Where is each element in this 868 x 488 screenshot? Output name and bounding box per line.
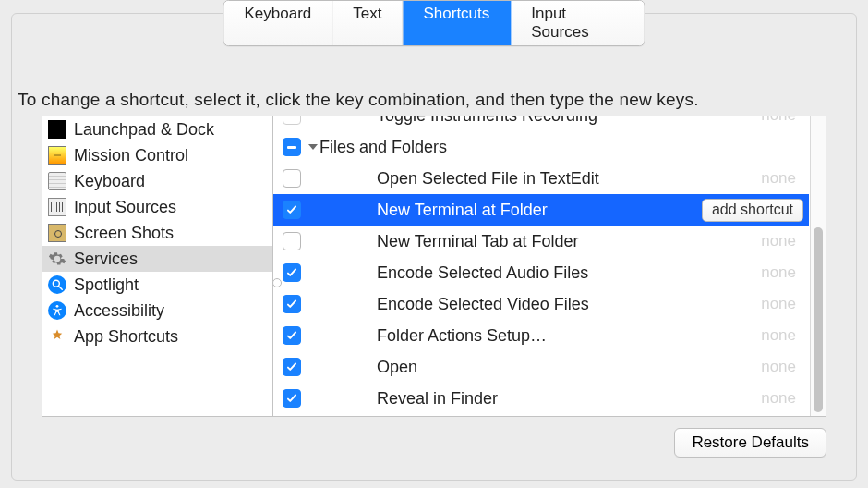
service-row[interactable]: Encode Selected Video Filesnone (273, 288, 809, 320)
svg-point-2 (56, 305, 59, 308)
svg-line-1 (59, 287, 63, 290)
checkbox[interactable] (283, 326, 301, 345)
app-icon (48, 327, 66, 346)
screen-icon (48, 224, 66, 242)
tab-shortcuts[interactable]: Shortcuts (403, 1, 511, 45)
service-row[interactable]: New Terminal Tab at Foldernone (273, 226, 809, 257)
preferences-panel: KeyboardTextShortcutsInput Sources To ch… (11, 13, 857, 481)
category-label: App Shortcuts (74, 327, 178, 347)
row-label: Encode Selected Audio Files (377, 263, 761, 283)
category-label: Screen Shots (74, 224, 174, 243)
shortcut-value: none (761, 295, 809, 313)
checkbox[interactable] (283, 169, 301, 188)
row-label: Folder Actions Setup… (377, 326, 761, 346)
launchpad-icon (48, 120, 66, 139)
category-label: Accessibility (74, 301, 164, 321)
shortcut-value: none (761, 263, 809, 282)
row-label: Encode Selected Video Files (377, 295, 761, 314)
service-row[interactable]: Show Info in Findernone (273, 414, 809, 416)
category-accessibility[interactable]: Accessibility (42, 298, 272, 323)
spotlight-icon (48, 275, 66, 294)
service-row[interactable]: Opennone (273, 351, 809, 383)
service-row[interactable]: Toggle Instruments Recordingnone (273, 116, 809, 131)
restore-defaults-button[interactable]: Restore Defaults (674, 428, 826, 458)
category-services[interactable]: Services (42, 246, 272, 272)
shortcut-value: none (761, 232, 809, 250)
category-list[interactable]: Launchpad & DockMission ControlKeyboardI… (42, 116, 272, 417)
access-icon (48, 301, 66, 320)
category-label: Services (74, 250, 138, 269)
add-shortcut-button[interactable]: add shortcut (702, 199, 803, 222)
category-spotlight[interactable]: Spotlight (42, 272, 272, 298)
scrollbar-track[interactable] (810, 116, 826, 416)
checkbox[interactable] (283, 138, 301, 156)
disclosure-triangle-icon[interactable] (308, 144, 318, 150)
shortcut-value: none (761, 116, 809, 125)
services-list: Toggle Instruments RecordingnoneFiles an… (272, 116, 826, 417)
checkbox[interactable] (283, 295, 301, 313)
shortcut-value: none (761, 389, 809, 408)
row-label: Open (377, 358, 761, 377)
checkbox[interactable] (283, 116, 301, 125)
checkbox[interactable] (283, 201, 301, 219)
shortcut-value: none (761, 358, 809, 376)
tab-keyboard[interactable]: Keyboard (224, 1, 333, 45)
content-body: Launchpad & DockMission ControlKeyboardI… (42, 116, 826, 417)
input-icon (48, 198, 66, 216)
mission-icon (48, 146, 66, 165)
category-app-shortcuts[interactable]: App Shortcuts (42, 323, 272, 349)
group-row[interactable]: Files and Folders (273, 131, 809, 163)
split-handle[interactable] (272, 278, 282, 287)
row-label: Open Selected File in TextEdit (377, 169, 761, 189)
checkbox[interactable] (283, 232, 301, 250)
category-keyboard[interactable]: Keyboard (42, 168, 272, 194)
shortcut-value: none (761, 169, 809, 188)
service-row[interactable]: New Terminal at Folderadd shortcut (273, 194, 809, 226)
row-label: New Terminal Tab at Folder (377, 232, 761, 251)
tab-bar: KeyboardTextShortcutsInput Sources (223, 0, 645, 46)
service-row[interactable]: Encode Selected Audio Filesnone (273, 257, 809, 288)
category-screen-shots[interactable]: Screen Shots (42, 220, 272, 246)
category-label: Mission Control (74, 146, 188, 165)
row-label: Files and Folders (319, 138, 809, 157)
row-label: Reveal in Finder (377, 389, 761, 409)
row-label: New Terminal at Folder (377, 201, 702, 220)
service-row[interactable]: Reveal in Findernone (273, 383, 809, 414)
checkbox[interactable] (283, 263, 301, 282)
category-input-sources[interactable]: Input Sources (42, 194, 272, 220)
shortcut-value: none (761, 326, 809, 345)
tab-input-sources[interactable]: Input Sources (511, 1, 644, 45)
category-label: Spotlight (74, 275, 139, 295)
category-mission-control[interactable]: Mission Control (42, 142, 272, 168)
services-icon (48, 250, 66, 268)
category-label: Launchpad & Dock (74, 120, 214, 140)
category-label: Keyboard (74, 172, 145, 191)
row-label: Toggle Instruments Recording (377, 116, 761, 126)
keyboard-icon (48, 172, 66, 190)
scrollbar-thumb[interactable] (814, 227, 823, 412)
checkbox[interactable] (283, 358, 301, 376)
checkbox[interactable] (283, 389, 301, 408)
instruction-text: To change a shortcut, select it, click t… (18, 90, 699, 110)
category-launchpad-dock[interactable]: Launchpad & Dock (42, 116, 272, 142)
tab-text[interactable]: Text (332, 1, 403, 45)
service-row[interactable]: Folder Actions Setup…none (273, 320, 809, 351)
category-label: Input Sources (74, 198, 176, 217)
service-row[interactable]: Open Selected File in TextEditnone (273, 163, 809, 194)
